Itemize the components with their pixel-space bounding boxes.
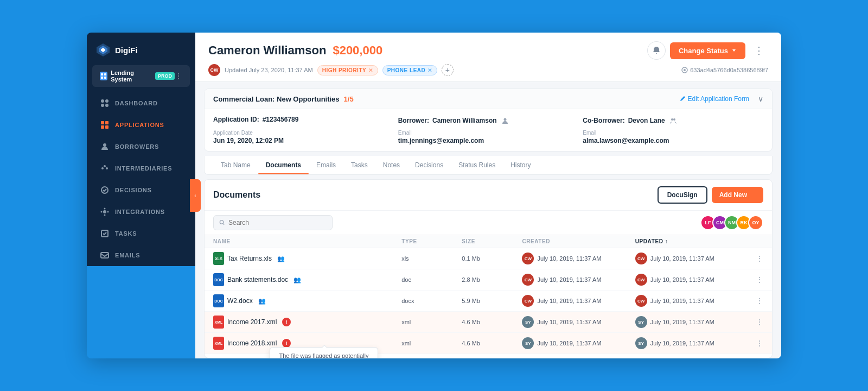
file-type: xml <box>401 340 462 346</box>
file-name[interactable]: Tax Returns.xls <box>227 255 272 262</box>
docusign-button[interactable]: DocuSign <box>658 186 707 204</box>
row-kebab[interactable]: ⋮ <box>756 254 763 263</box>
row-kebab[interactable]: ⋮ <box>756 297 763 305</box>
tab-documents[interactable]: Documents <box>258 156 309 174</box>
edit-application-form-link[interactable]: Edit Application Form <box>679 95 749 103</box>
main-content: Cameron Williamson $200,000 Change Statu… <box>195 33 781 358</box>
svg-point-17 <box>106 167 108 169</box>
sidebar-label-applications: APPLICATIONS <box>115 122 164 128</box>
sidebar-label-borrowers: BORROWERS <box>115 143 159 150</box>
app-date-cell: Application Date Jun 19, 2020, 12:02 PM <box>213 130 394 144</box>
application-id-cell: Application ID: #123456789 <box>213 116 394 125</box>
created-cell: CW July 10, 2019, 11:37 AM <box>522 274 635 286</box>
sidebar-item-borrowers[interactable]: BORROWERS <box>91 136 191 157</box>
svg-rect-5 <box>101 77 103 79</box>
sidebar-label-dashboard: DASHBOARD <box>115 100 158 106</box>
user-avatar: CW <box>208 64 220 76</box>
sidebar-item-tasks[interactable]: TASKS <box>91 223 191 244</box>
svg-point-16 <box>101 167 104 169</box>
add-new-button[interactable]: Add New <box>712 187 763 203</box>
applications-icon <box>100 120 110 130</box>
sidebar-collapse-btn[interactable]: ‹ <box>190 179 201 212</box>
created-cell: CW July 10, 2019, 11:37 AM <box>522 253 635 264</box>
table-row: DOC W2.docx 👥 docx 5.9 Mb CW July 10, 20… <box>205 291 772 312</box>
updated-cell: SY July 10, 2019, 11:37 AM <box>635 316 748 328</box>
loan-card: Commercial Loan: New Opportunities 1/5 E… <box>204 89 773 152</box>
sidebar-item-intermediaries[interactable]: INTERMEDIARIES <box>91 158 191 179</box>
co-borrower-email-cell: Email alma.lawson@example.com <box>583 130 763 144</box>
prod-badge: PROD <box>155 72 175 80</box>
tab-history[interactable]: History <box>503 156 538 174</box>
tab-status-rules[interactable]: Status Rules <box>451 156 503 174</box>
remove-high-priority[interactable]: ✕ <box>368 67 373 73</box>
updated-cell: CW July 10, 2019, 11:37 AM <box>635 295 748 307</box>
sidebar: DigiFi Lending System PROD ⋮ DASHBOARD <box>87 33 195 266</box>
svg-point-32 <box>220 220 223 224</box>
search-input[interactable] <box>228 219 327 226</box>
col-size: SIZE <box>462 238 522 244</box>
created-avatar: CW <box>522 295 534 307</box>
co-borrower-cell: Co-Borrower: Devon Lane <box>583 116 763 125</box>
sidebar-label-tasks: TASKS <box>115 230 137 237</box>
created-avatar: CW <box>522 253 534 264</box>
hash-id: 633ad4a5766d0a53865689f7 <box>681 67 768 73</box>
search-box[interactable] <box>213 215 333 230</box>
sidebar-item-emails[interactable]: EMAILS <box>91 245 191 266</box>
svg-point-31 <box>673 118 675 121</box>
lending-system-label: Lending System <box>111 70 152 83</box>
tab-decisions[interactable]: Decisions <box>407 156 451 174</box>
decisions-icon <box>100 185 110 195</box>
col-type: TYPE <box>401 238 462 244</box>
col-updated[interactable]: UPDATED <box>635 238 748 244</box>
change-status-button[interactable]: Change Status <box>670 42 745 59</box>
row-kebab[interactable]: ⋮ <box>756 275 763 284</box>
emails-icon <box>100 250 110 260</box>
tab-tab-name[interactable]: Tab Name <box>213 156 258 174</box>
sidebar-item-applications[interactable]: APPLICATIONS <box>91 115 191 135</box>
tag-phone-lead: PHONE LEAD ✕ <box>382 65 437 75</box>
lending-system-kebab[interactable]: ⋮ <box>175 72 182 80</box>
created-avatar: CW <box>522 274 534 286</box>
tab-emails[interactable]: Emails <box>309 156 343 174</box>
svg-rect-3 <box>101 73 103 75</box>
tab-notes[interactable]: Notes <box>375 156 407 174</box>
file-name[interactable]: Bank statements.doc <box>227 276 288 283</box>
file-type: doc <box>401 276 462 283</box>
app-logo: DigiFi <box>87 33 195 65</box>
sidebar-label-intermediaries: INTERMEDIARIES <box>115 165 172 172</box>
bell-button[interactable] <box>647 41 666 60</box>
row-kebab[interactable]: ⋮ <box>756 318 763 326</box>
avatar-group: LF CM NM RK OY <box>700 215 763 230</box>
remove-phone-lead[interactable]: ✕ <box>427 67 432 73</box>
lending-system-selector[interactable]: Lending System PROD ⋮ <box>92 65 190 87</box>
svg-point-22 <box>104 215 106 216</box>
file-name[interactable]: Income 2018.xml <box>227 339 277 347</box>
add-tag-button[interactable]: + <box>442 64 454 76</box>
file-name[interactable]: W2.docx <box>227 297 253 305</box>
app-header: Cameron Williamson $200,000 Change Statu… <box>195 33 781 82</box>
svg-point-23 <box>101 211 103 213</box>
file-type: docx <box>401 298 462 304</box>
loan-card-collapse[interactable]: ∨ <box>758 94 763 103</box>
row-kebab[interactable]: ⋮ <box>756 339 763 348</box>
sidebar-item-dashboard[interactable]: DASHBOARD <box>91 93 191 113</box>
file-icon-doc: DOC <box>213 273 224 286</box>
file-icon-xml: XML <box>213 337 224 350</box>
sidebar-item-integrations[interactable]: INTEGRATIONS <box>91 201 191 222</box>
svg-point-28 <box>684 69 686 71</box>
sidebar-label-integrations: INTEGRATIONS <box>115 209 165 215</box>
svg-rect-11 <box>101 121 104 124</box>
file-icon-xls: XLS <box>213 252 224 265</box>
file-name[interactable]: Income 2017.xml <box>227 318 277 326</box>
svg-point-30 <box>671 118 673 121</box>
tag-high-priority: HIGH PRIORITY ✕ <box>317 65 378 75</box>
created-avatar: SY <box>522 316 534 328</box>
borrowers-icon <box>100 142 110 152</box>
header-kebab-button[interactable]: ⋮ <box>750 41 768 60</box>
avatar-oy: OY <box>748 215 763 230</box>
file-size: 4.6 Mb <box>462 340 522 346</box>
sidebar-item-decisions[interactable]: DECISIONS <box>91 180 191 200</box>
tab-tasks[interactable]: Tasks <box>343 156 375 174</box>
file-size: 0.1 Mb <box>462 255 522 262</box>
svg-point-8 <box>105 99 108 103</box>
